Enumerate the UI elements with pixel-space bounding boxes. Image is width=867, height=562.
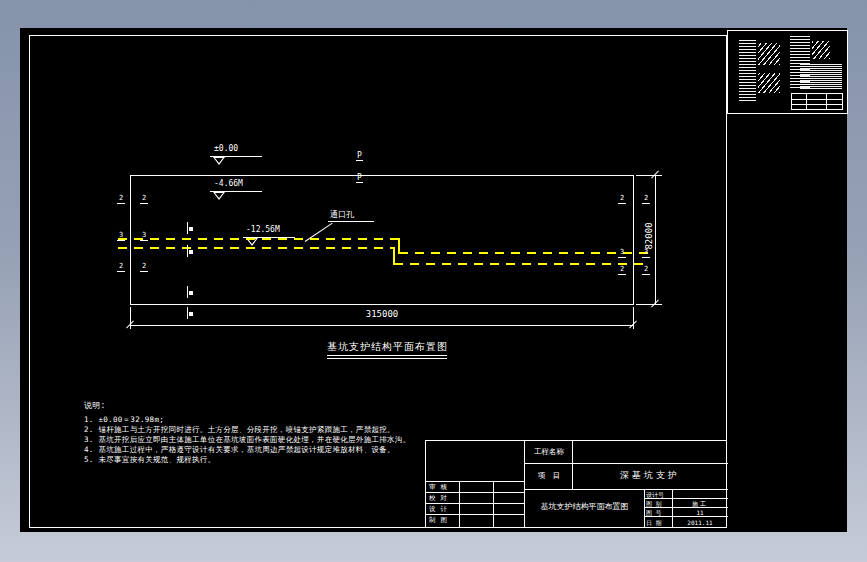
sign-row-label: 制图: [429, 516, 452, 524]
caption-underline: [327, 358, 447, 359]
note-line: 2. 锚杆施工与土方开挖同时进行。土方分层、分段开挖，喷锚支护紧跟施工，严禁超挖…: [84, 425, 395, 434]
project-name-label: 工程名称: [528, 448, 570, 456]
section-mark-2: 2: [642, 265, 650, 275]
section-mark-2: 2: [117, 262, 125, 272]
section-mark-2: 2: [117, 194, 125, 204]
preview-hatch: [758, 43, 780, 65]
preview-text-noise: [800, 63, 842, 89]
dim-text-right: 82000: [644, 208, 654, 264]
excavation-dashed-line: [399, 252, 649, 254]
dim-extension-line: [636, 175, 662, 176]
dim-line-right: [655, 175, 656, 305]
note-line: 3. 基坑开挖后应立即由主体施工单位在基坑坡面作表面硬化处理，并在硬化层外施工排…: [84, 435, 410, 444]
preview-hatch: [758, 73, 780, 93]
elevation-line: [210, 191, 262, 192]
date-value: 2011.11: [674, 519, 726, 527]
section-mark-3: 3: [618, 248, 626, 258]
section-mark-p: P: [356, 151, 363, 161]
excavation-dashed-line: [394, 263, 649, 265]
item-label: 项 目: [528, 472, 570, 480]
pit-outline: [130, 175, 634, 305]
section-mark-p: P: [356, 173, 363, 183]
section-mark-2: 2: [618, 265, 626, 275]
leader-underline: [328, 221, 374, 222]
sheet-title: 基坑支护结构平面布置图: [525, 503, 644, 511]
drawing-type-label: 图 别: [646, 500, 672, 508]
preview-titleblock: [791, 93, 843, 110]
section-cut-mark: [187, 245, 188, 257]
sheet-preview-panel: [727, 30, 848, 114]
excavation-dashed-line: [118, 238, 399, 240]
title-block: 审核 校对 设计 制图 工程名称 项 目 深基坑支护 基坑支护结构平面布置图 设…: [425, 440, 727, 528]
note-line: 1. ±0.00＝32.98m;: [84, 415, 164, 424]
item-value: 深基坑支护: [573, 471, 727, 479]
section-cut-mark: [187, 286, 188, 298]
sign-row-label: 设计: [429, 505, 452, 513]
section-mark-2: 2: [140, 194, 148, 204]
notes-heading: 说明:: [84, 401, 106, 410]
design-no-label: 设计号: [646, 491, 672, 499]
note-line: 5. 未尽事宜按有关规范、规程执行。: [84, 455, 215, 464]
drawing-no-value: 11: [674, 509, 726, 517]
section-mark-3: 3: [140, 231, 148, 241]
sign-row-label: 校对: [429, 494, 452, 502]
dim-text-bottom: 315000: [130, 309, 634, 319]
vent-hole-label: 通口孔: [330, 209, 354, 220]
preview-hatch: [812, 41, 830, 59]
dim-line-bottom: [130, 325, 634, 326]
caption-underline: [327, 355, 447, 356]
section-mark-2: 2: [140, 262, 148, 272]
cad-drawing-viewer: ±0.00 -4.66M -12.56M P P 通口孔 2 2 3 3 2 2…: [0, 0, 867, 562]
elevation-label-ground: ±0.00: [214, 144, 238, 153]
section-mark-2: 2: [618, 194, 626, 204]
drawing-caption: 基坑支护结构平面布置图: [305, 340, 470, 354]
sign-row-label: 审核: [429, 483, 452, 491]
preview-text-noise: [739, 39, 756, 101]
section-mark-3: 3: [117, 231, 125, 241]
excavation-dashed-line: [118, 247, 394, 249]
elevation-line: [210, 156, 262, 157]
note-line: 4. 基坑施工过程中，严格遵守设计有关要求，基坑周边严禁超设计规定堆放材料、设备…: [84, 445, 395, 454]
section-cut-mark: [187, 222, 188, 234]
elevation-label-pit: -12.56M: [246, 225, 280, 234]
dim-extension-line: [636, 304, 662, 305]
drawing-type-value: 施工: [674, 500, 726, 508]
elevation-label-mid: -4.66M: [214, 179, 243, 188]
drawing-no-label: 图 号: [646, 509, 672, 517]
section-mark-2: 2: [642, 194, 650, 204]
date-label: 日 期: [646, 519, 672, 527]
